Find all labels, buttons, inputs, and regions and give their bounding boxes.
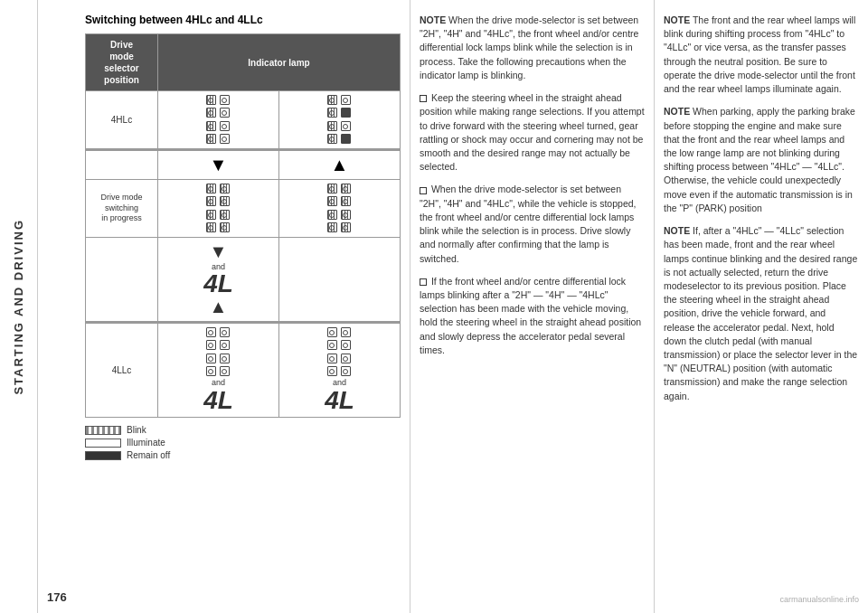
note-right-2: NOTE When parking, apply the parking bra… [664, 105, 859, 215]
checkbox-icon-3 [420, 278, 427, 286]
row-4l-arrow-label [86, 238, 158, 323]
checkbox-icon-1 [420, 95, 427, 102]
row-empty-label [86, 151, 158, 180]
row-4llc-indicator-1: and 4L [158, 324, 279, 418]
row-4llc-indicator-2: and 4L [279, 324, 401, 418]
table-row-switching: Drive modeswitchingin progress [86, 180, 401, 238]
note-2: Keep the steering wheel in the straight … [420, 91, 645, 174]
table-row: 4HLc [86, 91, 401, 150]
sidebar-label: STARTING AND DRIVING [12, 219, 25, 395]
legend-off-box [85, 451, 121, 460]
table-section: Switching between 4HLc and 4LLc Drivemod… [76, 0, 410, 613]
table-row-4llc: 4LLc [86, 324, 401, 418]
checkbox-icon-2 [420, 187, 427, 194]
legend-illuminate: Illuminate [85, 438, 401, 448]
watermark: carmanualsonline.info [779, 594, 859, 606]
4l-label-3: 4L [325, 388, 354, 413]
legend-illuminate-label: Illuminate [127, 438, 165, 448]
legend-blink: Blink [85, 425, 401, 435]
note-1: NOTE When the drive mode-selector is set… [420, 14, 645, 82]
row-switching-label: Drive modeswitchingin progress [86, 180, 158, 238]
notes-section-middle: NOTE When the drive mode-selector is set… [410, 0, 655, 613]
col-indicator-header: Indicator lamp [158, 34, 401, 91]
indicator-table: Drivemodeselectorposition Indicator lamp… [85, 33, 401, 418]
4l-label-1: 4L [162, 271, 275, 297]
note-right-3: NOTE If, after a "4HLc" — "4LLc" selecti… [664, 224, 859, 403]
row-4hlc-indicator-2 [279, 91, 401, 150]
row-4hlc-label: 4HLc [86, 91, 158, 150]
4l-arrow-cell: ▼ and 4L ▲ [158, 238, 279, 323]
arrow-up-cell: ▲ [279, 151, 401, 180]
table-row-arrows: ▼ ▲ [86, 151, 401, 180]
row-4llc-label: 4LLc [86, 324, 158, 418]
row-switching-indicator-2 [279, 180, 401, 238]
row-switching-indicator-1 [158, 180, 279, 238]
page-number: 176 [47, 590, 67, 604]
legend-illuminate-box [85, 439, 121, 448]
4l-label-2: 4L [203, 388, 233, 413]
row-4hlc-indicator-1 [158, 91, 279, 150]
note-3: When the drive mode-selector is set betw… [420, 183, 645, 265]
legend-off-label: Remain off [127, 450, 170, 460]
4l-empty-cell [279, 238, 401, 323]
note-right-1: NOTE The front and the rear wheel lamps … [664, 14, 859, 96]
note-4: If the front wheel and/or centre differe… [420, 275, 645, 357]
arrow-down-cell: ▼ [158, 151, 279, 180]
legend: Blink Illuminate Remain off [85, 425, 401, 460]
section-title: Switching between 4HLc and 4LLc [85, 14, 401, 26]
table-row-4l-arrow: ▼ and 4L ▲ [86, 238, 401, 323]
col-drive-header: Drivemodeselectorposition [86, 34, 158, 91]
notes-section-right: NOTE The front and the rear wheel lamps … [655, 0, 868, 613]
legend-blink-box [85, 426, 121, 435]
legend-blink-label: Blink [127, 425, 146, 435]
legend-off: Remain off [85, 450, 401, 460]
